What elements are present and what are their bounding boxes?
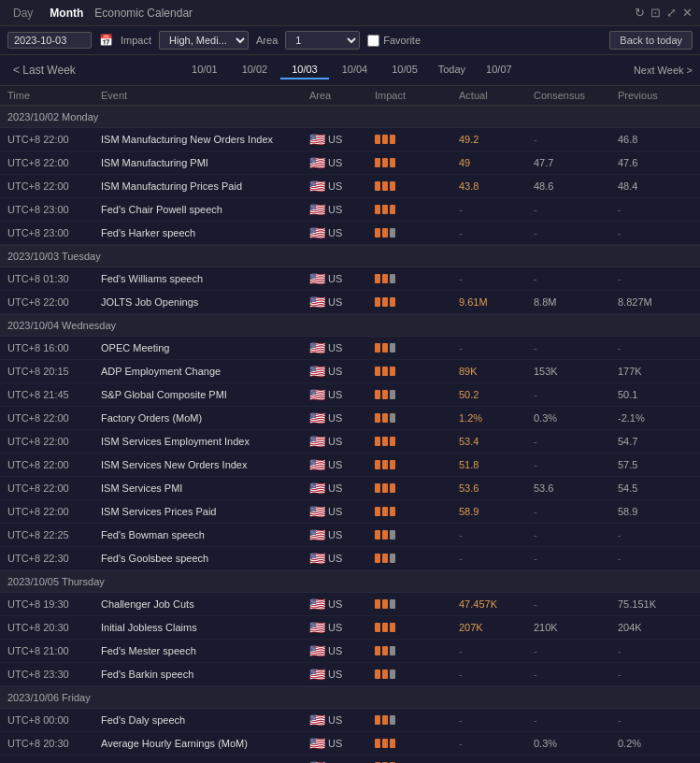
- top-nav: Day Month Economic Calendar ↻ ⊡ ⤢ ✕: [0, 0, 700, 26]
- cell-event: OPEC Meeting: [101, 342, 309, 353]
- cell-previous: 54.7: [618, 436, 693, 447]
- table-row[interactable]: UTC+8 20:15 ADP Employment Change 🇺🇸 US …: [0, 360, 700, 383]
- table-row[interactable]: UTC+8 22:00 ISM Services Employment Inde…: [0, 430, 700, 453]
- tab-1002[interactable]: 10/02: [231, 61, 279, 79]
- table-row[interactable]: UTC+8 23:00 Fed's Chair Powell speech 🇺🇸…: [0, 198, 700, 222]
- table-row[interactable]: UTC+8 22:00 ISM Services PMI 🇺🇸 US 53.6 …: [0, 477, 700, 500]
- cell-actual: 49.2: [459, 134, 534, 145]
- area-code: US: [328, 180, 342, 192]
- cell-impact: [375, 413, 459, 423]
- table-row[interactable]: UTC+8 20:30 Average Hourly Earnings (MoM…: [0, 732, 700, 756]
- cell-time: UTC+8 21:00: [7, 645, 101, 656]
- grid-icon[interactable]: ⊡: [650, 6, 661, 20]
- favorite-checkbox-label[interactable]: Favorite: [367, 35, 421, 47]
- table-row[interactable]: UTC+8 22:00 ISM Manufacturing New Orders…: [0, 128, 700, 151]
- flag-icon: 🇺🇸: [309, 434, 325, 449]
- cell-previous: -: [618, 714, 693, 726]
- impact-label: Impact: [121, 35, 151, 46]
- expand-icon[interactable]: ⤢: [666, 6, 677, 20]
- area-code: US: [328, 412, 342, 424]
- table-row[interactable]: UTC+8 22:00 ISM Services New Orders Inde…: [0, 453, 700, 477]
- cell-consensus: -: [534, 669, 618, 680]
- cell-previous: 0.2%: [618, 738, 693, 749]
- cell-area: 🇺🇸 US: [309, 759, 375, 763]
- back-today-button[interactable]: Back to today: [609, 31, 693, 50]
- table-row[interactable]: UTC+8 23:00 Fed's Harker speech 🇺🇸 US - …: [0, 222, 700, 245]
- cell-event: ISM Manufacturing New Orders Index: [101, 134, 309, 145]
- table-row[interactable]: UTC+8 22:30 Fed's Goolsbee speech 🇺🇸 US …: [0, 547, 700, 570]
- cell-impact: [375, 343, 459, 353]
- table-row[interactable]: UTC+8 20:30 Initial Jobless Claims 🇺🇸 US…: [0, 616, 700, 640]
- cell-area: 🇺🇸 US: [309, 387, 375, 402]
- tab-1005[interactable]: 10/05: [380, 61, 429, 79]
- flag-icon: 🇺🇸: [309, 643, 325, 658]
- cell-impact: [375, 205, 459, 214]
- tab-today[interactable]: Today: [431, 61, 473, 79]
- cell-time: UTC+8 00:00: [7, 714, 101, 726]
- cell-actual: 53.4: [459, 436, 534, 447]
- table-row[interactable]: UTC+8 22:25 Fed's Bowman speech 🇺🇸 US - …: [0, 524, 700, 547]
- table-row[interactable]: UTC+8 16:00 OPEC Meeting 🇺🇸 US - - -: [0, 337, 700, 360]
- cell-event: Fed's Williams speech: [101, 273, 309, 284]
- table-row[interactable]: UTC+8 23:30 Fed's Barkin speech 🇺🇸 US - …: [0, 663, 700, 686]
- impact-select[interactable]: High, Medi...: [159, 31, 249, 50]
- favorite-checkbox[interactable]: [367, 35, 379, 47]
- cell-actual: 9.61M: [459, 296, 534, 308]
- cell-impact: [375, 554, 459, 563]
- cell-consensus: 48.6: [534, 180, 618, 192]
- nav-day[interactable]: Day: [7, 5, 38, 22]
- cell-area: 🇺🇸 US: [309, 202, 375, 217]
- cell-consensus: -: [534, 227, 618, 238]
- next-week-button[interactable]: Next Week >: [634, 65, 693, 76]
- filter-bar: 📅 Impact High, Medi... Area 1 Favorite B…: [0, 26, 700, 55]
- cell-event: Fed's Daly speech: [101, 714, 309, 726]
- table-row[interactable]: UTC+8 22:00 ISM Services Prices Paid 🇺🇸 …: [0, 500, 700, 524]
- cell-area: 🇺🇸 US: [309, 179, 375, 194]
- flag-icon: 🇺🇸: [309, 551, 325, 566]
- table-row[interactable]: UTC+8 22:00 ISM Manufacturing Prices Pai…: [0, 175, 700, 198]
- cell-consensus: -: [534, 714, 618, 726]
- tab-1003[interactable]: 10/03: [280, 61, 329, 79]
- cell-previous: -: [618, 204, 693, 215]
- cell-event: ISM Services New Orders Index: [101, 459, 309, 470]
- flag-icon: 🇺🇸: [309, 225, 325, 240]
- table-row[interactable]: UTC+8 21:45 S&P Global Composite PMI 🇺🇸 …: [0, 383, 700, 407]
- area-select[interactable]: 1: [285, 31, 360, 50]
- area-label: Area: [256, 35, 278, 46]
- cell-consensus: -: [534, 436, 618, 447]
- table-row[interactable]: UTC+8 22:00 JOLTS Job Openings 🇺🇸 US 9.6…: [0, 291, 700, 314]
- cell-impact: [375, 158, 459, 167]
- refresh-icon[interactable]: ↻: [635, 6, 645, 20]
- cell-event: ISM Services PMI: [101, 482, 309, 494]
- table-row[interactable]: UTC+8 20:30 Average Hourly Earnings (YoY…: [0, 756, 700, 763]
- cell-area: 🇺🇸 US: [309, 527, 375, 542]
- cell-impact: [375, 460, 459, 469]
- calendar-icon[interactable]: 📅: [99, 34, 113, 47]
- cell-impact: [375, 669, 459, 679]
- cell-event: ADP Employment Change: [101, 366, 309, 377]
- cell-event: Factory Orders (MoM): [101, 412, 309, 424]
- close-icon[interactable]: ✕: [682, 6, 693, 20]
- area-code: US: [328, 482, 342, 494]
- tab-1004[interactable]: 10/04: [331, 61, 379, 79]
- cell-consensus: 0.3%: [534, 412, 618, 424]
- area-code: US: [328, 273, 342, 284]
- col-consensus: Consensus: [534, 90, 618, 101]
- tab-1007[interactable]: 10/07: [475, 61, 523, 79]
- cell-area: 🇺🇸 US: [309, 551, 375, 566]
- table-row[interactable]: UTC+8 19:30 Challenger Job Cuts 🇺🇸 US 47…: [0, 593, 700, 616]
- flag-icon: 🇺🇸: [309, 179, 325, 194]
- prev-week-button[interactable]: < Last Week: [7, 62, 81, 79]
- tab-1001[interactable]: 10/01: [180, 61, 229, 79]
- table-row[interactable]: UTC+8 00:00 Fed's Daly speech 🇺🇸 US - - …: [0, 709, 700, 732]
- cell-event: Fed's Barkin speech: [101, 669, 309, 680]
- cell-previous: -: [618, 669, 693, 680]
- table-row[interactable]: UTC+8 22:00 Factory Orders (MoM) 🇺🇸 US 1…: [0, 407, 700, 430]
- table-row[interactable]: UTC+8 21:00 Fed's Mester speech 🇺🇸 US - …: [0, 640, 700, 663]
- table-row[interactable]: UTC+8 22:00 ISM Manufacturing PMI 🇺🇸 US …: [0, 151, 700, 175]
- nav-month[interactable]: Month: [44, 5, 89, 22]
- cell-area: 🇺🇸 US: [309, 410, 375, 425]
- date-input[interactable]: [7, 32, 92, 49]
- table-row[interactable]: UTC+8 01:30 Fed's Williams speech 🇺🇸 US …: [0, 267, 700, 291]
- col-event: Event: [101, 90, 309, 101]
